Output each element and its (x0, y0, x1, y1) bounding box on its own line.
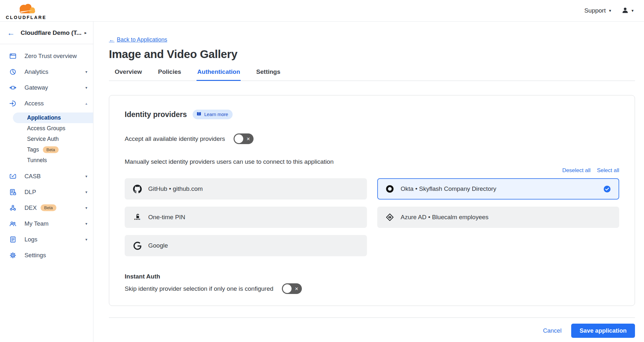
sidebar-item-label: Access (24, 100, 44, 107)
sidebar-item-logs[interactable]: Logs ▾ (0, 231, 93, 247)
sidebar-item-label: Analytics (24, 68, 48, 75)
chevron-right-icon[interactable]: ▸ (84, 30, 87, 35)
beta-badge: Beta (43, 146, 59, 153)
sidebar-item-tags[interactable]: Tags Beta (0, 144, 93, 155)
log-list-icon (9, 236, 17, 243)
sidebar-item-gateway[interactable]: Gateway ▾ (0, 80, 93, 95)
instant-auth-toggle[interactable]: ✕ (282, 283, 302, 294)
provider-tile-azure-ad[interactable]: Azure AD • Bluecalm employees (377, 207, 620, 228)
sub-item-label: Service Auth (27, 136, 59, 142)
sidebar-item-label: CASB (24, 173, 41, 180)
sidebar-item-label: Settings (24, 252, 46, 259)
user-icon (621, 6, 629, 15)
skip-toggle-label: Skip identity provider selection if only… (125, 285, 274, 292)
main-content: ← Back to Applications Image and Video G… (93, 22, 644, 342)
tab-settings[interactable]: Settings (255, 68, 281, 81)
sidebar-item-label: Logs (24, 236, 37, 243)
provider-label: Azure AD • Bluecalm employees (401, 214, 489, 221)
caret-down-icon[interactable]: ▾ (85, 237, 87, 242)
support-menu[interactable]: Support ▼ (584, 7, 612, 14)
sidebar-item-label: DLP (24, 189, 36, 196)
user-menu[interactable]: ▼ (621, 6, 634, 15)
back-to-applications-link[interactable]: ← Back to Applications (109, 36, 167, 43)
sidebar-item-my-team[interactable]: My Team ▾ (0, 216, 93, 231)
okta-icon (386, 185, 394, 193)
support-label: Support (584, 7, 606, 14)
back-arrow-icon[interactable]: ← (7, 29, 15, 37)
sidebar-item-settings[interactable]: Settings (0, 247, 93, 263)
select-all-link[interactable]: Select all (597, 167, 619, 174)
cloudflare-cloud-icon (11, 2, 41, 15)
top-bar: CLOUDFLARE Support ▼ ▼ (0, 0, 644, 22)
sidebar-nav: Zero Trust overview Analytics ▾ (0, 44, 93, 263)
sidebar-item-access[interactable]: Access ▴ (0, 95, 93, 111)
access-login-icon (9, 100, 17, 107)
sidebar-item-label: Gateway (24, 84, 48, 91)
google-icon (133, 241, 142, 250)
provider-tile-github[interactable]: GitHub • github.com (125, 178, 367, 200)
access-subnav: Applications Access Groups Service Auth … (0, 111, 93, 168)
beta-badge: Beta (41, 204, 56, 211)
azure-ad-icon (386, 213, 394, 222)
learn-more-badge[interactable]: Learn more (193, 110, 233, 119)
tab-overview[interactable]: Overview (114, 68, 143, 81)
gear-icon (9, 251, 17, 259)
sidebar-item-casb[interactable]: CASB ▾ (0, 168, 93, 184)
toggle-knob (235, 134, 243, 143)
accept-all-toggle[interactable]: ✕ (234, 133, 254, 144)
learn-more-label: Learn more (204, 112, 228, 117)
tab-authentication[interactable]: Authentication (197, 68, 241, 81)
provider-tile-okta[interactable]: Okta • Skyflash Company Directory (377, 178, 620, 200)
caret-up-icon[interactable]: ▴ (85, 101, 87, 106)
sub-item-label: Access Groups (27, 125, 65, 132)
instant-auth-heading: Instant Auth (125, 273, 619, 280)
toggle-off-x-icon: ✕ (246, 136, 250, 142)
identity-providers-card: Identity providers Learn more Accept all… (109, 95, 635, 306)
provider-tile-one-time-pin[interactable]: **** One-time PIN (125, 207, 367, 228)
caret-down-icon[interactable]: ▾ (85, 206, 87, 210)
provider-label: GitHub • github.com (148, 185, 203, 192)
caret-down-icon: ▼ (631, 9, 634, 13)
account-name[interactable]: Cloudflare Demo (T... (21, 29, 82, 36)
sidebar-item-label: My Team (24, 220, 49, 227)
sidebar-item-access-groups[interactable]: Access Groups (0, 123, 93, 134)
sidebar-item-label: Zero Trust overview (24, 53, 77, 60)
caret-down-icon[interactable]: ▾ (85, 174, 87, 179)
tab-bar: Overview Policies Authentication Setting… (109, 68, 635, 81)
accept-all-toggle-label: Accept all available identity providers (125, 135, 225, 142)
book-icon (196, 111, 202, 118)
pie-chart-icon (9, 68, 17, 76)
provider-tile-google[interactable]: Google (125, 235, 367, 256)
people-icon (9, 220, 17, 228)
sidebar-item-dlp[interactable]: DLP ▾ (0, 184, 93, 200)
deselect-all-link[interactable]: Deselect all (562, 167, 591, 174)
sidebar-account-header: ← Cloudflare Demo (T... ▸ (0, 22, 93, 44)
sidebar-item-applications[interactable]: Applications (13, 112, 93, 123)
cloudflare-logo[interactable]: CLOUDFLARE (6, 2, 46, 20)
logo-wordmark: CLOUDFLARE (6, 15, 46, 20)
sub-item-label: Tunnels (27, 157, 47, 164)
sidebar-item-service-auth[interactable]: Service Auth (0, 134, 93, 144)
provider-label: One-time PIN (148, 214, 185, 221)
caret-down-icon: ▼ (608, 9, 612, 13)
back-arrow-icon: ← (109, 36, 115, 43)
manual-select-text: Manually select identity providers users… (125, 158, 619, 165)
tab-policies[interactable]: Policies (158, 68, 182, 81)
caret-down-icon[interactable]: ▾ (85, 70, 87, 74)
caret-down-icon[interactable]: ▾ (85, 190, 87, 194)
toggle-knob (283, 284, 292, 293)
provider-grid: GitHub • github.com Okta • Skyflash Comp… (125, 178, 619, 256)
window-icon (9, 52, 17, 60)
provider-label: Google (148, 242, 168, 249)
caret-down-icon[interactable]: ▾ (85, 85, 87, 90)
sidebar-item-tunnels[interactable]: Tunnels (0, 155, 93, 166)
caret-down-icon[interactable]: ▾ (85, 221, 87, 226)
back-link-label: Back to Applications (117, 36, 168, 43)
sidebar-item-analytics[interactable]: Analytics ▾ (0, 64, 93, 80)
sidebar-item-dex[interactable]: DEX Beta ▾ (0, 200, 93, 216)
sidebar-item-zero-trust-overview[interactable]: Zero Trust overview (0, 48, 93, 64)
cancel-button[interactable]: Cancel (543, 327, 562, 334)
svg-text:****: **** (134, 218, 140, 222)
selected-check-icon (603, 185, 611, 193)
save-application-button[interactable]: Save application (571, 324, 635, 338)
